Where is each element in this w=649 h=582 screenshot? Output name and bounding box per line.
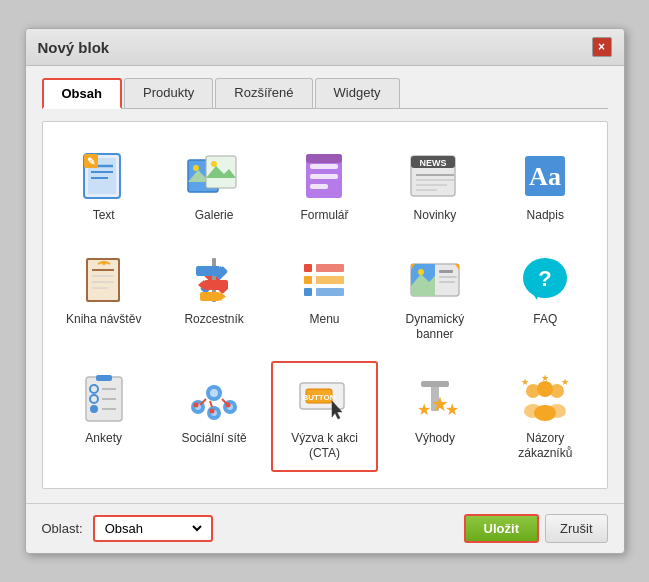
svg-rect-70 xyxy=(96,375,112,381)
svg-text:★: ★ xyxy=(561,377,569,387)
faq-icon: ? xyxy=(513,252,577,308)
vyzva-k-akci-icon: BUTTON xyxy=(292,371,356,427)
svg-text:✎: ✎ xyxy=(87,156,95,167)
svg-rect-49 xyxy=(304,288,312,296)
svg-rect-19 xyxy=(306,154,342,163)
svg-rect-56 xyxy=(439,276,457,278)
block-grid: ✎ Text xyxy=(51,138,599,472)
svg-point-82 xyxy=(194,402,199,407)
kniha-navstev-label: Kniha návštěv xyxy=(66,312,141,328)
svg-marker-44 xyxy=(220,292,226,301)
tab-rozsirene[interactable]: Rozšířené xyxy=(215,78,312,108)
rozcestnik-icon xyxy=(182,252,246,308)
svg-point-72 xyxy=(210,389,218,397)
svg-rect-48 xyxy=(316,276,344,284)
grid-item-kniha-navstev[interactable]: Kniha návštěv xyxy=(51,242,157,353)
svg-text:?: ? xyxy=(539,266,552,291)
grid-item-vyzva-k-akci[interactable]: BUTTON Výzva k akci (CTA) xyxy=(271,361,377,472)
vyzva-k-akci-label: Výzva k akci (CTA) xyxy=(277,431,371,462)
svg-point-84 xyxy=(210,408,215,413)
svg-rect-18 xyxy=(310,184,328,189)
svg-text:★: ★ xyxy=(521,377,529,387)
dialog-footer: Oblast: Obsah Zápatí Hlavička Uložit Zru… xyxy=(26,503,624,553)
galerie-label: Galerie xyxy=(195,208,234,224)
grid-item-novinky[interactable]: NEWS Novinky xyxy=(382,138,488,234)
svg-point-54 xyxy=(418,269,424,275)
nadpis-label: Nadpis xyxy=(527,208,564,224)
ankety-icon xyxy=(72,371,136,427)
tab-widgety[interactable]: Widgety xyxy=(315,78,400,108)
tab-produkty[interactable]: Produkty xyxy=(124,78,213,108)
grid-item-nazory-zakazniku[interactable]: ★ ★ ★ Názory zákazníků xyxy=(492,361,598,472)
svg-rect-43 xyxy=(200,292,220,301)
svg-point-83 xyxy=(226,402,231,407)
formular-icon xyxy=(292,148,356,204)
svg-rect-30 xyxy=(88,260,118,300)
grid-item-rozcestnik[interactable]: Rozcestník xyxy=(161,242,267,353)
svg-text:NEWS: NEWS xyxy=(419,158,446,168)
svg-rect-45 xyxy=(304,264,312,272)
grid-item-vyhody[interactable]: ★ ★ ★ Výhody xyxy=(382,361,488,472)
svg-rect-17 xyxy=(310,174,338,179)
grid-item-dynamicky-banner[interactable]: Dynamický banner xyxy=(382,242,488,353)
svg-rect-46 xyxy=(316,264,344,272)
footer-buttons: Uložit Zrušit xyxy=(464,514,608,543)
kniha-navstev-icon xyxy=(72,252,136,308)
galerie-icon xyxy=(182,148,246,204)
svg-line-78 xyxy=(210,401,212,407)
faq-label: FAQ xyxy=(533,312,557,328)
grid-item-galerie[interactable]: Galerie xyxy=(161,138,267,234)
socialni-site-label: Sociální sítě xyxy=(181,431,246,447)
grid-item-socialni-site[interactable]: Sociální sítě xyxy=(161,361,267,472)
svg-rect-50 xyxy=(316,288,344,296)
grid-item-text[interactable]: ✎ Text xyxy=(51,138,157,234)
dialog-body: Obsah Produkty Rozšířené Widgety xyxy=(26,66,624,501)
content-area: ✎ Text xyxy=(42,121,608,489)
svg-point-100 xyxy=(548,404,566,418)
novinky-icon: NEWS xyxy=(403,148,467,204)
text-icon: ✎ xyxy=(72,148,136,204)
svg-rect-39 xyxy=(196,266,220,276)
grid-item-faq[interactable]: ? FAQ xyxy=(492,242,598,353)
svg-text:Aa: Aa xyxy=(529,162,561,191)
grid-item-ankety[interactable]: Ankety xyxy=(51,361,157,472)
svg-point-66 xyxy=(90,405,98,413)
svg-rect-47 xyxy=(304,276,312,284)
svg-point-35 xyxy=(102,261,106,265)
menu-label: Menu xyxy=(309,312,339,328)
text-label: Text xyxy=(93,208,115,224)
svg-point-11 xyxy=(193,165,199,171)
tab-obsah[interactable]: Obsah xyxy=(42,78,122,109)
area-select-wrap[interactable]: Obsah Zápatí Hlavička xyxy=(93,515,213,542)
svg-rect-55 xyxy=(439,270,453,273)
menu-icon xyxy=(292,252,356,308)
cancel-button[interactable]: Zrušit xyxy=(545,514,608,543)
svg-point-14 xyxy=(211,161,217,167)
new-block-dialog: Nový blok × Obsah Produkty Rozšířené Wid… xyxy=(25,28,625,554)
svg-rect-41 xyxy=(204,280,228,290)
svg-text:★: ★ xyxy=(541,373,549,383)
ankety-label: Ankety xyxy=(85,431,122,447)
novinky-label: Novinky xyxy=(414,208,457,224)
area-select[interactable]: Obsah Zápatí Hlavička xyxy=(101,520,205,537)
dialog-title: Nový blok xyxy=(38,39,110,56)
nadpis-icon: Aa xyxy=(513,148,577,204)
save-button[interactable]: Uložit xyxy=(464,514,539,543)
vyhody-label: Výhody xyxy=(415,431,455,447)
nazory-zakazniku-icon: ★ ★ ★ xyxy=(513,371,577,427)
svg-rect-57 xyxy=(439,281,455,283)
dynamicky-banner-icon xyxy=(403,252,467,308)
socialni-site-icon xyxy=(182,371,246,427)
grid-item-nadpis[interactable]: Aa Nadpis xyxy=(492,138,598,234)
rozcestnik-label: Rozcestník xyxy=(184,312,243,328)
vyhody-icon: ★ ★ ★ xyxy=(403,371,467,427)
area-label: Oblast: xyxy=(42,521,83,536)
dynamicky-banner-label: Dynamický banner xyxy=(388,312,482,343)
dialog-header: Nový blok × xyxy=(26,29,624,66)
formular-label: Formulář xyxy=(300,208,348,224)
svg-text:★: ★ xyxy=(417,401,431,418)
grid-item-menu[interactable]: Menu xyxy=(271,242,377,353)
grid-item-formular[interactable]: Formulář xyxy=(271,138,377,234)
close-button[interactable]: × xyxy=(592,37,612,57)
svg-rect-91 xyxy=(421,381,449,387)
